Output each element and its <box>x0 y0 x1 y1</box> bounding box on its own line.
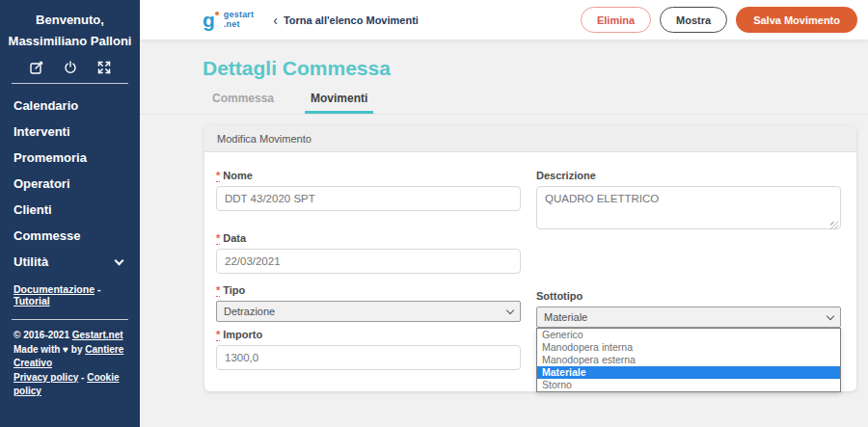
elimina-button[interactable]: Elimina <box>581 7 651 33</box>
tab-commessa[interactable]: Commessa <box>206 90 280 114</box>
logo-text: gestart.net <box>224 11 254 29</box>
sidebar-item-commesse[interactable]: Commesse <box>0 223 140 249</box>
back-link-label: Torna all'elenco Movimenti <box>284 14 419 26</box>
tipo-select[interactable]: Detrazione <box>216 301 521 322</box>
sidebar-item-clienti[interactable]: Clienti <box>0 197 140 223</box>
form-left-column: *Nome *Data *Tipo Detrazione *Importo <box>216 170 521 370</box>
tipo-label: *Tipo <box>216 284 521 296</box>
sidebar-item-interventi[interactable]: Interventi <box>0 119 140 145</box>
gestart-link[interactable]: Gestart.net <box>72 330 123 340</box>
form-right-column: Descrizione QUADRO ELETTRICO Sottotipo M… <box>536 170 841 370</box>
tipo-select-value: Detrazione <box>224 306 275 317</box>
sidebar-icon-row <box>0 61 140 74</box>
descrizione-label: Descrizione <box>536 170 841 181</box>
importo-field-group: *Importo <box>216 329 521 370</box>
sottotipo-select-value: Materiale <box>544 311 587 323</box>
welcome-line1: Benvenuto, <box>0 10 140 31</box>
sidebar-divider-bottom <box>12 319 128 320</box>
policy-separator: - <box>78 372 87 383</box>
nome-label: *Nome <box>216 170 521 181</box>
policy-line: Privacy policy - Cookie policy <box>14 371 126 399</box>
welcome-username: Massimiliano Palloni <box>0 31 140 52</box>
tipo-field-group: *Tipo Detrazione <box>216 284 521 322</box>
tutorial-link[interactable]: Tutorial <box>14 295 50 307</box>
sidebar-item-label: Commesse <box>14 228 80 243</box>
copyright-line: © 2016-2021 Gestart.net <box>14 329 126 343</box>
sidebar-item-label: Promemoria <box>14 150 87 165</box>
descrizione-textarea[interactable]: QUADRO ELETTRICO <box>536 186 841 229</box>
welcome-message: Benvenuto, Massimiliano Palloni <box>0 0 140 52</box>
required-asterisk: * <box>216 284 220 297</box>
data-label: *Data <box>216 232 521 244</box>
sottotipo-dropdown: Generico Manodopera interna Manodopera e… <box>536 328 841 392</box>
sidebar-item-utilita[interactable]: Utilità <box>0 249 140 275</box>
sidebar-item-label: Interventi <box>14 124 70 139</box>
required-asterisk: * <box>216 232 220 245</box>
sidebar-divider-top <box>12 83 128 84</box>
nome-input[interactable] <box>216 186 521 211</box>
movimento-form: *Nome *Data *Tipo Detrazione *Importo <box>204 152 856 370</box>
sidebar-docs: Documentazione - Tutorial <box>0 275 140 307</box>
option-generico[interactable]: Generico <box>537 329 840 341</box>
option-storno[interactable]: Storno <box>537 379 840 391</box>
sidebar-item-calendario[interactable]: Calendario <box>0 93 140 119</box>
data-field-group: *Data <box>216 232 521 274</box>
required-asterisk: * <box>216 329 220 341</box>
data-input[interactable] <box>216 249 521 274</box>
chevron-down-icon <box>827 311 834 319</box>
documentazione-link[interactable]: Documentazione <box>14 283 95 295</box>
edit-icon[interactable] <box>30 61 43 74</box>
sidebar: Benvenuto, Massimiliano Palloni Calendar… <box>0 0 140 427</box>
option-manodopera-esterna[interactable]: Manodopera esterna <box>537 354 840 366</box>
sidebar-item-label: Operatori <box>14 176 70 191</box>
chevron-down-icon <box>506 306 514 313</box>
sidebar-item-promemoria[interactable]: Promemoria <box>0 145 140 171</box>
mostra-button[interactable]: Mostra <box>660 7 727 33</box>
salva-movimento-button[interactable]: Salva Movimento <box>736 7 857 33</box>
option-manodopera-interna[interactable]: Manodopera interna <box>537 341 840 354</box>
sidebar-item-operatori[interactable]: Operatori <box>0 171 140 197</box>
gestart-logo[interactable]: g gestart.net <box>203 11 254 29</box>
copyright-text: © 2016-2021 <box>14 330 72 340</box>
sidebar-footer: © 2016-2021 Gestart.net Made with ♥ by C… <box>0 329 140 399</box>
topbar: g gestart.net ‹ Torna all'elenco Movimen… <box>140 0 868 40</box>
expand-icon[interactable] <box>97 61 111 74</box>
topbar-buttons: Elimina Mostra Salva Movimento <box>581 7 857 33</box>
tabs: Commessa Movimenti <box>140 90 868 115</box>
resize-grip-icon[interactable] <box>830 222 838 229</box>
credits-line: Made with ♥ by Cantiere Creativo <box>14 343 126 371</box>
chevron-down-icon <box>115 255 124 265</box>
descrizione-field-group: Descrizione QUADRO ELETTRICO <box>536 170 841 233</box>
main-content: Dettagli Commessa Commessa Movimenti Mod… <box>140 40 868 427</box>
sidebar-item-label: Utilità <box>14 254 48 269</box>
docs-separator: - <box>95 283 100 295</box>
tab-movimenti[interactable]: Movimenti <box>305 90 373 114</box>
importo-label: *Importo <box>216 329 521 340</box>
sidebar-item-label: Clienti <box>14 202 52 217</box>
sidebar-item-label: Calendario <box>14 98 78 113</box>
sottotipo-field-group: Sottotipo Materiale Generico Manodopera … <box>536 290 841 328</box>
option-materiale[interactable]: Materiale <box>537 366 840 379</box>
importo-input[interactable] <box>216 345 521 370</box>
privacy-policy-link[interactable]: Privacy policy <box>14 372 78 383</box>
sottotipo-select[interactable]: Materiale <box>536 307 841 328</box>
credits-text: Made with ♥ by <box>14 344 85 355</box>
sidebar-menu: Calendario Interventi Promemoria Operato… <box>0 93 140 275</box>
page-title: Dettagli Commessa <box>203 57 391 80</box>
card-header: Modifica Movimento <box>204 125 856 152</box>
sottotipo-label: Sottotipo <box>536 290 841 302</box>
chevron-left-icon: ‹ <box>273 15 278 25</box>
power-icon[interactable] <box>64 61 77 74</box>
logo-orange-dot <box>215 12 219 15</box>
back-to-movimenti-link[interactable]: ‹ Torna all'elenco Movimenti <box>273 14 419 26</box>
modifica-movimento-card: Modifica Movimento *Nome *Data *Tipo Det… <box>204 125 856 391</box>
required-asterisk: * <box>216 170 220 182</box>
nome-field-group: *Nome <box>216 170 521 211</box>
logo-g-mark: g <box>203 12 219 29</box>
